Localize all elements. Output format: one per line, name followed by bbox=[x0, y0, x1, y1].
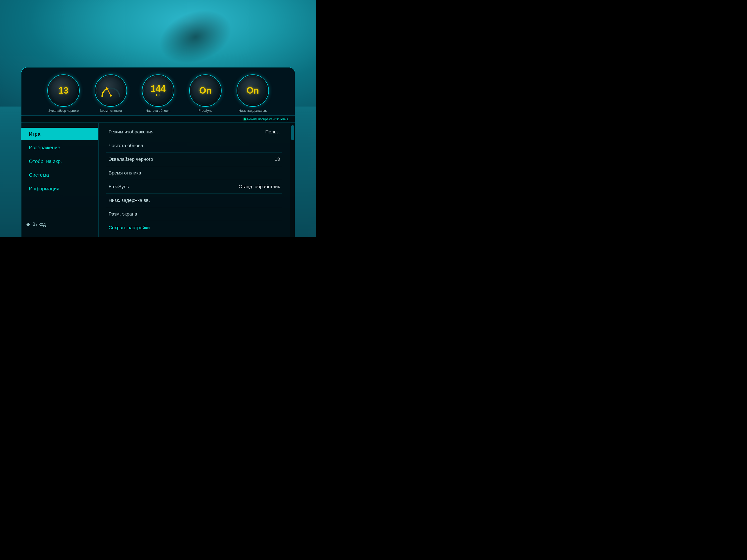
speedometer-svg bbox=[100, 83, 122, 98]
gauge-black-equalizer: 13 Эквалайзер черного bbox=[47, 74, 80, 112]
menu-row-label-3: Время отклика bbox=[108, 170, 275, 176]
gauge-label-refresh-rate: Частота обновл. bbox=[146, 109, 171, 112]
nav-icon: ◆ bbox=[26, 221, 30, 227]
gauge-unit-refresh-rate: Hz bbox=[156, 93, 160, 97]
menu-row-label-5: Низк. задержка вв. bbox=[108, 197, 275, 203]
menu-row-label-1: Частота обновл. bbox=[108, 143, 275, 148]
menu-row-value-2: 13 bbox=[275, 157, 280, 162]
content-area: Режим изображения Польз. Частота обновл.… bbox=[99, 123, 290, 237]
gauge-circle-refresh-rate: 144 Hz bbox=[142, 74, 174, 107]
menu-row-1[interactable]: Частота обновл. bbox=[106, 139, 282, 153]
gauge-label-low-input-lag: Низк. задержка вв. bbox=[238, 109, 267, 112]
menu-row-0[interactable]: Режим изображения Польз. bbox=[106, 125, 282, 139]
menu-row-label-7: Сохран. настройки bbox=[108, 225, 275, 231]
gauge-low-input-lag: On Низк. задержка вв. bbox=[236, 74, 269, 112]
gauge-label-response-time: Время отклика bbox=[100, 109, 122, 112]
gauge-value-refresh-rate: 144 bbox=[151, 84, 165, 93]
menu-row-label-4: FreeSync bbox=[108, 184, 234, 189]
scrollbar-thumb bbox=[291, 125, 294, 140]
sidebar-item-image[interactable]: Изображение bbox=[21, 141, 98, 154]
gauge-label-freesync: FreeSync bbox=[199, 109, 212, 112]
menu-row-label-6: Разм. экрана bbox=[108, 211, 275, 217]
sidebar-exit-label: Выход bbox=[32, 222, 46, 227]
menu-row-value-0: Польз. bbox=[265, 129, 280, 135]
sidebar-footer: ◆ Выход bbox=[21, 217, 98, 232]
menu-row-4[interactable]: FreeSync Станд. обработчик bbox=[106, 180, 282, 194]
gauge-circle-response-time bbox=[95, 74, 127, 107]
gauge-freesync: On FreeSync bbox=[189, 74, 222, 112]
status-bar: Режим изображения:Польз. bbox=[21, 116, 295, 123]
monitor-ui: 13 Эквалайзер черного Время отклика bbox=[21, 67, 295, 237]
gauge-circle-low-input-lag: On bbox=[236, 74, 269, 107]
status-text: Режим изображения:Польз. bbox=[247, 117, 289, 121]
scrollbar-area[interactable] bbox=[290, 123, 295, 237]
gauge-value-freesync: On bbox=[199, 86, 212, 95]
menu-row-value-4: Станд. обработчик bbox=[238, 184, 280, 189]
gauge-circle-freesync: On bbox=[189, 74, 222, 107]
gauge-response-time: Время отклика bbox=[95, 74, 127, 112]
svg-point-1 bbox=[110, 95, 112, 97]
sidebar-item-info[interactable]: Информация bbox=[21, 182, 98, 195]
status-dot bbox=[244, 118, 246, 120]
menu-row-2[interactable]: Эквалайзер черного 13 bbox=[106, 153, 282, 166]
status-label: Режим изображения: bbox=[247, 117, 279, 121]
gauge-circle-black-equalizer: 13 bbox=[47, 74, 80, 107]
menu-row-3[interactable]: Время отклика bbox=[106, 166, 282, 180]
menu-row-6[interactable]: Разм. экрана bbox=[106, 207, 282, 221]
sidebar-item-game[interactable]: Игра bbox=[21, 128, 98, 140]
menu-row-label-2: Эквалайзер черного bbox=[108, 157, 270, 162]
sidebar: Игра Изображение Отобр. на экр. Система … bbox=[21, 123, 99, 237]
sidebar-item-display[interactable]: Отобр. на экр. bbox=[21, 155, 98, 168]
menu-row-label-0: Режим изображения bbox=[108, 129, 260, 135]
gauge-value-black-equalizer: 13 bbox=[58, 86, 69, 95]
gauge-refresh-rate: 144 Hz Частота обновл. bbox=[142, 74, 174, 112]
menu-area: Игра Изображение Отобр. на экр. Система … bbox=[21, 123, 295, 237]
status-value: Польз. bbox=[279, 117, 289, 121]
gauge-label-black-equalizer: Эквалайзер черного bbox=[48, 109, 79, 112]
menu-row-7[interactable]: Сохран. настройки bbox=[106, 221, 282, 235]
gauge-value-low-input-lag: On bbox=[247, 86, 259, 95]
gauges-row: 13 Эквалайзер черного Время отклика bbox=[21, 68, 295, 116]
menu-row-5[interactable]: Низк. задержка вв. bbox=[106, 194, 282, 207]
sidebar-item-system[interactable]: Система bbox=[21, 169, 98, 182]
